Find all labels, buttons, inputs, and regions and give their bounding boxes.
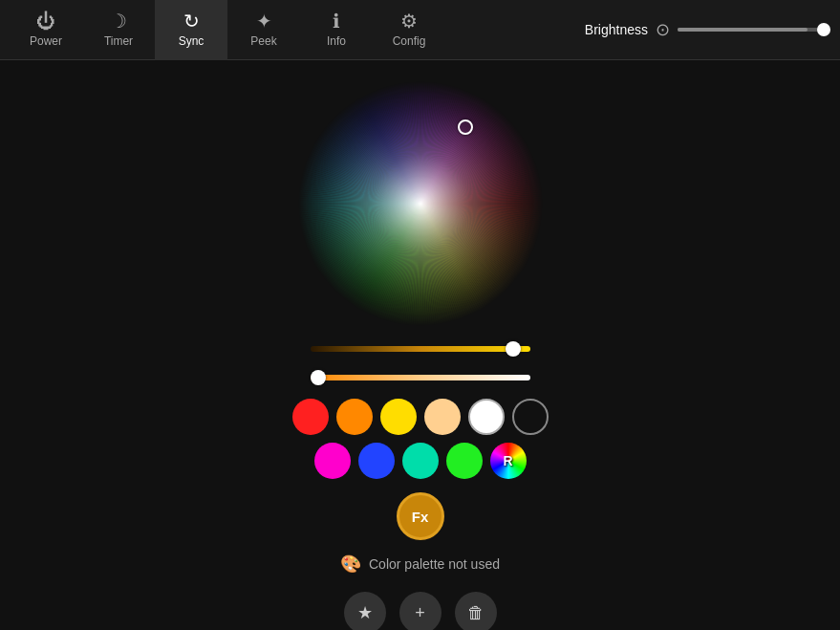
peek-icon: ✦ <box>256 11 272 31</box>
fx-button-inner[interactable]: Fx <box>397 492 444 540</box>
brightness-track <box>678 28 830 32</box>
fx-label: Fx <box>412 509 429 525</box>
plus-icon: + <box>415 603 425 623</box>
swatch-row-1 <box>292 399 549 435</box>
swatch-peach[interactable] <box>424 399 461 435</box>
swatch-orange[interactable] <box>336 399 373 435</box>
nav-item-timer[interactable]: ☽ Timer <box>82 0 155 60</box>
swatch-row-2: R <box>314 443 527 479</box>
top-navigation: ⏻ Power ☽ Timer ↻ Sync ✦ Peek ℹ Info ⚙ C… <box>0 0 840 60</box>
nav-label-power: Power <box>30 34 62 48</box>
nav-item-config[interactable]: ⚙ Config <box>373 0 445 60</box>
cool-slider-thumb[interactable] <box>311 370 326 385</box>
swatch-blue[interactable] <box>358 443 395 479</box>
config-icon: ⚙ <box>400 11 418 31</box>
nav-label-sync: Sync <box>179 34 205 48</box>
favorite-button[interactable]: ★ <box>344 592 386 630</box>
swatch-green[interactable] <box>446 443 483 479</box>
star-icon: ★ <box>357 602 373 623</box>
palette-icon: 🎨 <box>340 554 361 575</box>
cool-slider-track <box>311 375 530 380</box>
brightness-icon: ⊙ <box>656 19 670 40</box>
trash-icon: 🗑 <box>467 603 485 623</box>
color-wheel-canvas[interactable] <box>296 79 545 328</box>
nav-label-peek: Peek <box>250 34 276 48</box>
delete-button[interactable]: 🗑 <box>455 592 497 630</box>
rainbow-r-label: R <box>503 453 512 468</box>
color-wheel-container[interactable] <box>296 79 545 328</box>
brightness-section: Brightness ⊙ <box>585 19 830 40</box>
cool-slider[interactable] <box>311 370 530 385</box>
nav-label-config: Config <box>393 34 426 48</box>
swatches-container: R <box>292 399 549 479</box>
brightness-fill <box>678 28 808 32</box>
swatch-white[interactable] <box>468 399 505 435</box>
main-content: R Fx 🎨 Color palette not used ★ + 🗑 <box>0 60 840 630</box>
warm-slider-track <box>311 346 530 352</box>
brightness-thumb[interactable] <box>817 23 830 36</box>
nav-item-info[interactable]: ℹ Info <box>300 0 373 60</box>
swatch-rainbow[interactable]: R <box>490 443 527 479</box>
brightness-label: Brightness <box>585 22 648 37</box>
warm-slider-thumb[interactable] <box>506 341 521 357</box>
nav-item-power[interactable]: ⏻ Power <box>10 0 82 60</box>
nav-item-peek[interactable]: ✦ Peek <box>227 0 300 60</box>
sync-icon: ↻ <box>183 11 200 31</box>
power-icon: ⏻ <box>36 11 55 31</box>
nav-items: ⏻ Power ☽ Timer ↻ Sync ✦ Peek ℹ Info ⚙ C… <box>10 0 585 60</box>
info-icon: ℹ <box>333 11 340 31</box>
nav-label-info: Info <box>327 34 346 48</box>
swatch-yellow[interactable] <box>380 399 417 435</box>
add-button[interactable]: + <box>399 592 442 630</box>
nav-label-timer: Timer <box>104 34 133 48</box>
nav-item-sync[interactable]: ↻ Sync <box>155 0 227 60</box>
bottom-actions: ★ + 🗑 <box>344 592 497 630</box>
fx-button[interactable]: Fx <box>397 492 444 540</box>
brightness-slider[interactable] <box>678 27 830 33</box>
timer-icon: ☽ <box>110 11 127 31</box>
swatch-magenta[interactable] <box>314 443 351 479</box>
swatch-black[interactable] <box>512 399 549 435</box>
warm-slider[interactable] <box>311 341 530 357</box>
swatch-red[interactable] <box>292 399 329 435</box>
palette-info: 🎨 Color palette not used <box>340 554 500 575</box>
swatch-teal[interactable] <box>402 443 439 479</box>
palette-text: Color palette not used <box>369 556 500 572</box>
color-wheel-selector[interactable] <box>458 119 473 135</box>
